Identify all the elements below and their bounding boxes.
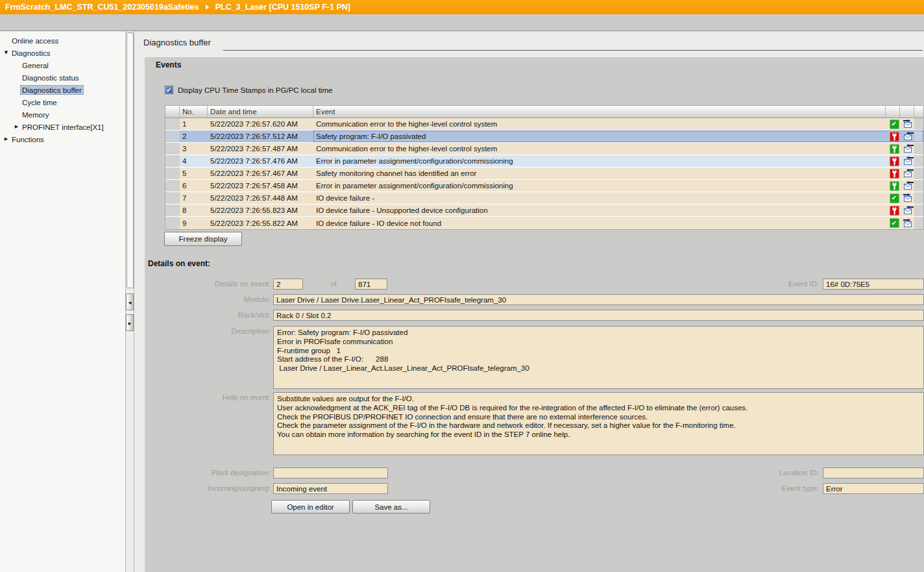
row-event: Safety monitoring channel has identified… [313, 168, 886, 179]
cpu-timestamp-checkbox-label: Display CPU Time Stamps in PG/PC local t… [178, 86, 332, 94]
row-event: Safety program: F-I/O passivated [313, 131, 886, 142]
breadcrumb-device[interactable]: PLC_3_Laser [CPU 1510SP F-1 PN] [215, 3, 350, 12]
event-status-icon: ✔ [890, 206, 899, 216]
row-datetime: 5/22/2023 7:26:55.823 AM [208, 205, 313, 216]
check-icon: ✔ [166, 86, 171, 93]
table-row[interactable]: 5 5/22/2023 7:26:57.467 AM Safety monito… [165, 168, 923, 180]
row-gutter [165, 192, 180, 204]
chevron-right-icon[interactable]: ▶ [3, 137, 10, 142]
row-no: 1 [180, 118, 208, 130]
details-on-event-label: Details on event: [148, 279, 271, 290]
table-row[interactable]: 6 5/22/2023 7:26:57.458 AM Error in para… [165, 180, 923, 192]
plant-designation-label: Plant designation: [148, 467, 271, 479]
of-label: of [323, 279, 344, 290]
sidebar-item-cycle-time[interactable]: Cycle time [0, 96, 125, 108]
table-row[interactable]: 7 5/22/2023 7:26:57.448 AM IO device fai… [165, 192, 923, 205]
row-datetime: 5/22/2023 7:26:57.467 AM [208, 168, 313, 179]
row-event: Communication error to the higher-level … [313, 143, 886, 155]
table-row[interactable]: 3 5/22/2023 7:26:57.487 AM Communication… [165, 143, 923, 155]
column-header-no[interactable]: No. [180, 106, 208, 118]
save-as-button[interactable]: Save as... [352, 500, 430, 514]
sidebar-item-online-access[interactable]: Online access [0, 34, 125, 47]
chevron-down-icon[interactable]: ▼ [3, 51, 10, 55]
module-field[interactable]: Laser Drive / Laser Drive.Laser_Linear_A… [273, 294, 924, 305]
column-header-trailing [914, 106, 923, 118]
row-trailing [914, 118, 923, 130]
timestamp-checkbox-row: ✔ Display CPU Time Stamps in PG/PC local… [165, 86, 332, 94]
event-status-icon: ✔ [890, 144, 899, 154]
table-row[interactable]: 8 5/22/2023 7:26:55.823 AM IO device fai… [165, 205, 923, 217]
incoming-outgoing-field[interactable]: Incoming event [273, 483, 388, 494]
sidebar-item-diagnostics[interactable]: ▼ Diagnostics [0, 47, 125, 59]
breadcrumb: FrmScratch_LMC_STR_CU51_202305019aSafeti… [0, 0, 924, 14]
module-label: Module: [148, 294, 271, 305]
row-event: Error in parameter assignment/configurat… [313, 180, 886, 192]
row-no: 7 [180, 192, 208, 204]
row-trailing [914, 168, 923, 179]
tia-portal-online-diagnostics: { "colors": { "accent_orange": "#f59a00"… [0, 0, 924, 572]
event-number-field[interactable]: 2 [273, 279, 303, 290]
sidebar-item-diagnostic-status[interactable]: Diagnostic status [0, 71, 125, 84]
row-no: 5 [180, 168, 208, 179]
event-status-icon: ✔ [890, 218, 899, 228]
event-status-icon: ✔ [890, 193, 899, 203]
event-direction-icon [903, 132, 914, 141]
row-no: 9 [180, 217, 208, 229]
freeze-display-button[interactable]: Freeze display [164, 232, 242, 246]
row-gutter [165, 131, 180, 142]
row-gutter [165, 155, 180, 167]
location-id-label: Location ID: [714, 467, 819, 479]
event-direction-icon [903, 169, 914, 178]
help-on-event-field[interactable]: Substitute values are output for the F-I… [273, 392, 924, 455]
event-type-field[interactable]: Error [823, 483, 924, 494]
sidebar-item-general[interactable]: General [0, 59, 125, 71]
open-in-editor-button[interactable]: Open in editor [271, 500, 350, 514]
row-gutter [165, 143, 180, 155]
event-total-field[interactable]: 871 [355, 279, 387, 290]
row-no: 2 [180, 131, 208, 142]
event-direction-icon [903, 193, 914, 203]
description-label: Description: [148, 326, 271, 337]
event-direction-icon [903, 181, 914, 190]
description-field[interactable]: Error: Safety program: F-I/O passivated … [273, 326, 924, 389]
row-trailing [914, 131, 923, 142]
incoming-outgoing-label: Incoming/outgoing: [148, 483, 271, 494]
row-trailing [914, 180, 923, 192]
row-datetime: 5/22/2023 7:26:57.448 AM [208, 192, 313, 204]
sidebar-item-functions[interactable]: ▶ Functions [0, 133, 125, 145]
row-trailing [914, 192, 923, 204]
sidebar-item-memory[interactable]: Memory [0, 108, 125, 121]
breadcrumb-project[interactable]: FrmScratch_LMC_STR_CU51_202305019aSafeti… [5, 3, 199, 12]
column-header-datetime[interactable]: Date and time [208, 106, 313, 118]
event-status-icon: ✔ [890, 132, 899, 142]
sidebar-item-diagnostics-buffer[interactable]: Diagnostics buffer [0, 84, 125, 96]
plant-designation-field[interactable] [273, 467, 388, 479]
table-row[interactable]: 4 5/22/2023 7:26:57.476 AM Error in para… [165, 155, 923, 168]
event-status-icon: ✔ [890, 169, 899, 179]
event-direction-icon [903, 144, 914, 153]
cpu-timestamp-checkbox[interactable]: ✔ [165, 86, 173, 94]
collapse-left-icon[interactable]: ◀ [126, 293, 134, 310]
event-status-icon: ✔ [890, 119, 899, 129]
collapse-right-icon[interactable]: ▶ [126, 314, 134, 331]
event-direction-icon [903, 119, 914, 129]
chevron-right-icon[interactable]: ▶ [13, 125, 20, 129]
row-datetime: 5/22/2023 7:26:57.512 AM [208, 131, 313, 142]
column-header-event[interactable]: Event [313, 106, 886, 118]
table-row[interactable]: 9 5/22/2023 7:26:55.822 AM IO device fai… [165, 217, 923, 229]
row-no: 8 [180, 205, 208, 216]
location-id-field[interactable] [823, 467, 924, 479]
row-gutter [165, 168, 180, 179]
rack-slot-field[interactable]: Rack 0 / Slot 0.2 [273, 310, 924, 321]
table-row[interactable]: 2 5/22/2023 7:26:57.512 AM Safety progra… [165, 131, 923, 143]
sidebar-item-profinet-interface[interactable]: ▶ PROFINET interface[X1] [0, 121, 125, 133]
table-row[interactable]: 1 5/22/2023 7:26:57.620 AM Communication… [165, 118, 923, 131]
row-event: IO device failure - Unsupported device c… [313, 205, 886, 216]
row-gutter [165, 118, 180, 130]
event-type-label: Event type: [714, 483, 819, 494]
event-id-field[interactable]: 16# 0D:75E5 [823, 279, 924, 290]
row-gutter [165, 180, 180, 192]
column-header-gutter [165, 106, 180, 118]
scrollbar-thumb[interactable] [127, 32, 134, 288]
row-datetime: 5/22/2023 7:26:57.487 AM [208, 143, 313, 155]
